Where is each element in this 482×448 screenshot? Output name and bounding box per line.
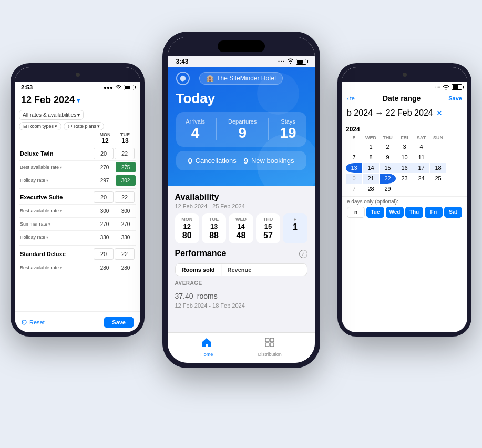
cal-day-22[interactable]: 22 [380, 174, 396, 184]
availability-row: MON 12 80 TUE 13 88 WED 14 48 THU 15 57 … [175, 213, 307, 243]
revenue-toggle[interactable]: Revenue [221, 264, 258, 276]
chevron-back-icon: ‹ [347, 95, 349, 101]
day-pill-n[interactable]: n [347, 207, 365, 218]
tag-icon: 🏷 [68, 124, 73, 129]
hotel-pill[interactable]: 🏨 The SiteMinder Hotel [199, 72, 283, 85]
date-range-row: b 2024 → 22 Feb 2024 ✕ [342, 105, 467, 121]
nav-home[interactable]: Home [200, 337, 213, 357]
cal-day-2[interactable]: 2 [380, 142, 396, 152]
stats-card: Arrivals 4 Departures 9 Stays 19 [176, 112, 306, 147]
cal-day-empty3 [447, 142, 463, 152]
rate-cell: 300 [95, 206, 115, 216]
cal-day-11[interactable]: 11 [413, 152, 429, 162]
nav-distribution[interactable]: Distribution [258, 337, 282, 357]
avail-cell: 22 [115, 248, 135, 260]
right-notch [342, 67, 467, 82]
rate-cells-summer: 270 270 [94, 219, 136, 229]
left-phone: 2:53 ●●● 12 Feb 2024 ▾ All rates & avail… [11, 63, 145, 337]
distribution-icon [264, 337, 275, 351]
cal-day-18[interactable]: 18 [430, 163, 446, 173]
cal-day-9[interactable]: 9 [380, 152, 396, 162]
left-status-bar: 2:53 ●●● [15, 82, 140, 93]
rate-cell: 270 [95, 162, 115, 172]
day-pill-fri[interactable]: Fri [425, 207, 443, 218]
left-time: 2:53 [21, 84, 33, 90]
cal-day-8[interactable]: 8 [363, 152, 379, 162]
rate-row-bar: Best available rate ▾ 270 ✓ 275 [19, 160, 136, 174]
info-icon[interactable]: i [299, 250, 307, 258]
check-icon: ✓ [124, 162, 127, 167]
left-content: 12 Feb 2024 ▾ All rates & availabilities… [15, 93, 140, 276]
center-time: 3:43 [176, 58, 189, 65]
cal-day-29[interactable]: 29 [380, 184, 396, 194]
center-notch [168, 37, 315, 56]
date-range-title: Date range [383, 94, 421, 103]
cal-day-1[interactable]: 1 [363, 142, 379, 152]
avail-day-mon: MON 12 80 [175, 213, 199, 243]
camera-right [403, 73, 407, 77]
settings-button[interactable] [176, 72, 190, 85]
avail-cell: 22 [115, 191, 135, 203]
room-types-pill[interactable]: ⊟ Room types ▾ [19, 122, 61, 130]
save-button-right[interactable]: Save [448, 95, 462, 101]
save-button-left[interactable]: Save [104, 317, 134, 328]
cal-day-21[interactable]: 21 [363, 174, 379, 184]
day-pill-wed[interactable]: Wed [386, 207, 404, 218]
cal-day-15[interactable]: 15 [380, 163, 396, 173]
day-pill-tue[interactable]: Tue [366, 207, 384, 218]
cal-day-10[interactable]: 10 [396, 152, 413, 162]
rate-cell: 270 [95, 219, 115, 229]
cal-day-23[interactable]: 23 [396, 174, 413, 184]
cal-day-7[interactable]: 7 [346, 152, 362, 162]
days-only-label: e days only (optional): [347, 199, 462, 205]
cal-day-16[interactable]: 16 [396, 163, 413, 173]
rate-row-std-bar: Best available rate ▾ 280 280 [19, 261, 136, 274]
hotel-icon: 🏨 [206, 75, 214, 82]
cal-header-extra [447, 134, 463, 141]
cal-day-14[interactable]: 14 [363, 163, 379, 173]
cal-day-25[interactable]: 25 [430, 174, 446, 184]
cal-header-thu: THU [380, 134, 396, 141]
stat-divider-1 [216, 118, 217, 140]
clear-date-button[interactable]: ✕ [436, 109, 443, 117]
back-button[interactable]: ‹ te [347, 95, 355, 101]
cal-day-3[interactable]: 3 [396, 142, 413, 152]
day-pill-sat[interactable]: Sat [444, 207, 462, 218]
chevron-room-icon: ▾ [55, 124, 57, 129]
center-status-bar: 3:43 ···· [168, 56, 315, 67]
rate-name-std-bar: Best available rate ▾ [19, 265, 94, 270]
center-header: 🏨 The SiteMinder Hotel Today Arrivals 4 … [168, 67, 315, 186]
reset-button[interactable]: Reset [21, 319, 45, 325]
filter-dropdown[interactable]: All rates & availabilities ▾ [19, 110, 84, 120]
day-pill-thu[interactable]: Thu [405, 207, 423, 218]
cal-day-4[interactable]: 4 [413, 142, 429, 152]
room-icon: ⊟ [23, 124, 27, 129]
rate-cell: 300 [116, 206, 136, 216]
room-name-standard: Standard Deluxe 20 22 [19, 247, 136, 261]
calendar-year: 2024 [346, 124, 463, 134]
departures-stat: Departures 9 [228, 118, 257, 140]
wifi-icon-left [115, 84, 121, 90]
performance-toggle: Rooms sold Revenue [175, 263, 307, 276]
room-section-standard: Standard Deluxe 20 22 Best available rat… [19, 245, 136, 276]
battery-icon-center [296, 59, 306, 65]
cal-day-28[interactable]: 28 [363, 184, 379, 194]
performance-section: Performance i Rooms sold Revenue AVERAGE… [175, 249, 307, 309]
svg-rect-2 [265, 343, 269, 347]
cal-day-empty8 [396, 184, 413, 194]
signal-icon: ●●● [104, 85, 113, 90]
cal-day-13[interactable]: 13 [346, 163, 362, 173]
cal-day-17[interactable]: 17 [413, 163, 429, 173]
dynamic-island [218, 40, 265, 52]
battery-icon-right [452, 84, 462, 90]
status-icons: ···· [277, 58, 306, 65]
cal-header-e: E [346, 134, 362, 141]
cal-day-24[interactable]: 24 [413, 174, 429, 184]
cal-day-0[interactable]: 0 [346, 174, 362, 184]
cal-day-7b[interactable]: 7 [346, 184, 362, 194]
rate-plans-pill[interactable]: 🏷 Rate plans ▾ [64, 122, 104, 130]
room-name-executive: Executive Suite 20 22 [19, 190, 136, 204]
home-icon [201, 337, 212, 351]
rate-cells-exec: 300 300 [94, 206, 136, 216]
rooms-sold-toggle[interactable]: Rooms sold [176, 264, 221, 276]
